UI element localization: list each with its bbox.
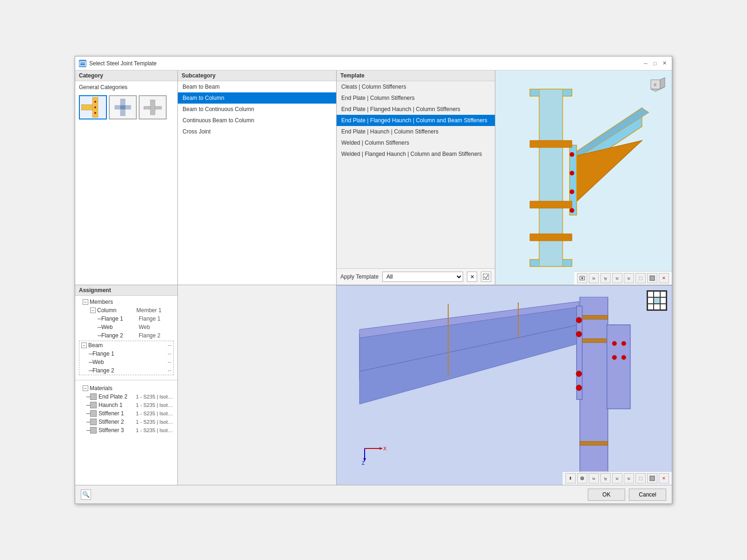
material-label-0: End Plate 2 (99, 393, 136, 400)
cube-nav-icon: F (644, 75, 667, 98)
template-item-2[interactable]: End Plate | Flanged Haunch | Column Stif… (337, 104, 495, 115)
footer: 🔍 OK Cancel (75, 485, 672, 504)
svg-point-62 (582, 478, 583, 479)
bottom-spacer-panel (178, 285, 337, 485)
grid-cell-7[interactable] (654, 304, 660, 310)
column-value: Member 1 (136, 307, 176, 314)
beam-flange1-label: Flange 1 (92, 350, 168, 357)
minimize-button[interactable]: ─ (642, 60, 649, 67)
materials-toggle[interactable]: − (83, 385, 88, 391)
view-y-button[interactable]: ty (600, 273, 611, 283)
bottom-3d-view: X Z (337, 285, 672, 485)
beam-flange2-value: -- (168, 367, 171, 374)
beam-flange1-row: ─ Flange 1 -- (79, 350, 173, 358)
view-bz2-button[interactable]: tz (624, 473, 634, 483)
subcategory-item-2[interactable]: Beam to Continuous Column (178, 104, 336, 115)
col-flange2-row: ─ Flange 2 Flange 2 (75, 331, 177, 340)
svg-point-35 (581, 277, 583, 279)
apply-icon (483, 273, 489, 280)
view-bsolid-button[interactable] (647, 473, 657, 483)
view-x-button[interactable]: tx (589, 273, 599, 283)
ok-button[interactable]: OK (588, 489, 625, 501)
material-color-1 (90, 402, 97, 408)
cube-nav-top[interactable]: F (644, 75, 667, 98)
template-item-5[interactable]: Welded | Column Stiffeners (337, 137, 495, 148)
grid-cell-3[interactable] (648, 297, 654, 303)
members-label: Members (90, 299, 176, 305)
template-header: Template (337, 70, 495, 81)
category-thumb-2[interactable] (109, 95, 137, 119)
view-reset-button[interactable]: ✕ (659, 273, 669, 283)
category-thumb-1[interactable] (79, 95, 107, 119)
svg-point-26 (570, 152, 574, 157)
svg-rect-0 (80, 62, 85, 66)
material-row-1: ─ Haunch 1 1 - S235 | Isotropic | Linear… (75, 401, 177, 409)
column-toggle[interactable]: − (90, 308, 96, 313)
subcategory-item-1[interactable]: Beam to Column (178, 92, 336, 104)
svg-rect-43 (580, 297, 608, 474)
beam-flange2-label: Flange 2 (92, 367, 168, 374)
category-thumb-3[interactable] (139, 95, 167, 119)
maximize-button[interactable]: □ (651, 60, 659, 67)
view-z-button[interactable]: tz (612, 273, 622, 283)
template-item-1[interactable]: End Plate | Column Stiffeners (337, 92, 495, 104)
template-item-0[interactable]: Cleats | Column Stiffeners (337, 81, 495, 92)
title-bar-left: Select Steel Joint Template (79, 60, 157, 67)
members-toggle[interactable]: − (83, 299, 88, 305)
grid-cell-center[interactable] (654, 297, 660, 303)
svg-point-6 (94, 112, 96, 114)
members-tree: − Members − Column Member 1 ─ Flange 1 (75, 296, 177, 378)
view-solid-button[interactable] (647, 273, 657, 283)
view-bz-button[interactable]: tz (612, 473, 622, 483)
col-flange1-value: Flange 1 (139, 315, 176, 322)
grid-nav-bottom[interactable] (647, 290, 667, 311)
main-window: Select Steel Joint Template ─ □ ✕ Catego… (75, 56, 672, 504)
search-icon-footer[interactable]: 🔍 (81, 490, 91, 500)
grid-cell-6[interactable] (648, 304, 654, 310)
window-title: Select Steel Joint Template (89, 60, 157, 67)
axis-svg: X Z (355, 432, 388, 465)
svg-line-14 (486, 275, 488, 279)
grid-cell-5[interactable] (660, 297, 666, 303)
beam-label: Beam (88, 342, 168, 349)
material-label-3: Stiffener 2 (99, 419, 136, 425)
beam-row: − Beam -- (79, 341, 173, 350)
material-row-2: ─ Stiffener 1 1 - S235 | Isotropic | Lin… (75, 409, 177, 418)
close-button[interactable]: ✕ (661, 60, 668, 67)
column-label: Column (97, 307, 136, 314)
view-breset-button[interactable]: ✕ (659, 473, 669, 483)
material-label-4: Stiffener 3 (99, 427, 136, 434)
view-fit-button[interactable]: ⬍ (565, 473, 576, 483)
template-item-4[interactable]: End Plate | Haunch | Column Stiffeners (337, 126, 495, 137)
subcategory-item-4[interactable]: Cross Joint (178, 126, 336, 137)
material-label-1: Haunch 1 (99, 402, 136, 408)
subcategory-item-3[interactable]: Continuous Beam to Column (178, 115, 336, 126)
top-3d-svg (511, 80, 656, 276)
svg-marker-25 (530, 234, 572, 241)
material-row-3: ─ Stiffener 2 1 - S235 | Isotropic | Lin… (75, 418, 177, 426)
grid-cell-0[interactable] (648, 291, 654, 297)
z-axis-label: Z (362, 461, 365, 465)
grid-cell-1[interactable] (654, 291, 660, 297)
screenshot-button[interactable] (577, 273, 587, 283)
apply-confirm-button[interactable] (481, 272, 491, 282)
apply-template-dropdown[interactable]: All Selected None (382, 272, 463, 282)
subcategory-item-0[interactable]: Beam to Beam (178, 81, 336, 92)
view-eye-button[interactable] (577, 473, 587, 483)
view-bmode-button[interactable]: ⬚ (635, 473, 646, 483)
beam-value: -- (168, 342, 171, 349)
view-z2-button[interactable]: tz (624, 273, 634, 283)
view-mode-button[interactable]: ⬚ (635, 273, 646, 283)
grid-cell-2[interactable] (660, 291, 666, 297)
svg-point-55 (612, 355, 617, 360)
cancel-button[interactable]: Cancel (629, 489, 666, 501)
apply-clear-button[interactable]: ✕ (467, 272, 477, 282)
view-bx-button[interactable]: tx (589, 473, 599, 483)
view-by-button[interactable]: ty (600, 473, 611, 483)
template-item-3[interactable]: End Plate | Flanged Haunch | Column and … (337, 115, 495, 126)
grid-cell-8[interactable] (660, 304, 666, 310)
template-item-6[interactable]: Welded | Flanged Haunch | Column and Bea… (337, 148, 495, 160)
material-value-0: 1 - S235 | Isotropic | Linear El... (136, 394, 174, 399)
column-row: − Column Member 1 (75, 306, 177, 315)
beam-toggle[interactable]: − (81, 343, 87, 348)
